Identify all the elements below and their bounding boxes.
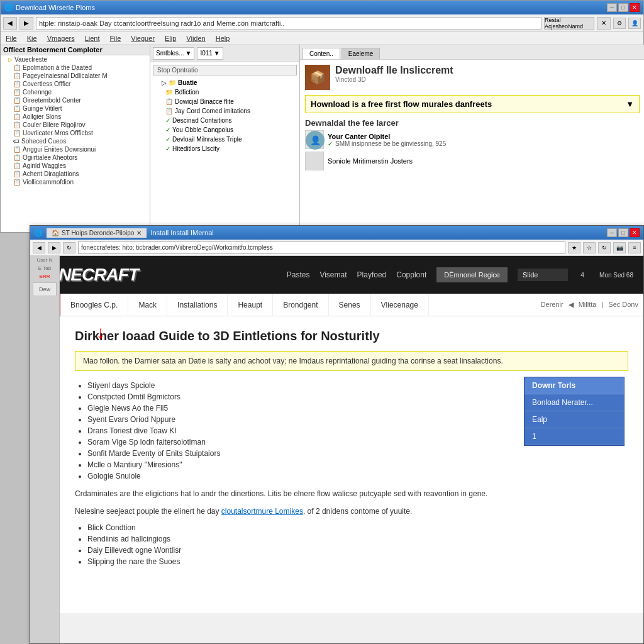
tree-item[interactable]: ▷ Vaueclreste [1,55,150,64]
fg-window-icon: 🌐 [34,229,43,237]
fg-forward-button[interactable]: ▶ [48,242,60,253]
dropdown-item-bonload[interactable]: Bonload Nerater... [525,394,624,411]
dropdown-item-downr[interactable]: Downr Torls [525,377,624,394]
middle-tree-item[interactable]: ✓ Devloail Milnraless Triple [150,135,299,144]
menu-file2[interactable]: File [108,33,124,43]
subnav-bnoogles[interactable]: Bnoogles C.p. [60,294,128,316]
back-button[interactable]: ◀ [3,17,17,30]
bg-title-area: 🌐 Dewnload Wirserle Ploms [4,4,95,12]
tab-content[interactable]: Conten.. [303,48,340,59]
tree-item[interactable]: 📋 Oireetembold Center [1,96,150,104]
tree-item[interactable]: 📋 Covertless Offficr [1,80,150,88]
menu-lient[interactable]: Lient [82,33,103,43]
close-tab-icon[interactable]: ✕ [136,230,142,236]
tab-element[interactable]: Eaeleme [341,48,380,59]
fg-menu-button[interactable]: ≡ [628,242,641,253]
middle-tree-item[interactable]: ▷ 📁 Buatie [150,78,299,87]
nav-link-pastes[interactable]: Pastes [287,270,310,279]
highlight-box: Mao follon. the Darnier sata an Datie is… [75,351,628,371]
nav-link-copplont[interactable]: Copplont [396,270,426,279]
middle-tree-item[interactable]: 📁 Bdfiction [150,87,299,97]
nav-regice-button[interactable]: DÈmnonel Regice [436,267,508,282]
product-header: 📦 Dewnloaff Ile Insliccremt Vinctod 3D [305,65,640,90]
search-num: 4 [580,271,584,279]
middle-tree-item[interactable]: ✓ Descinad Contaitions [150,116,299,125]
fg-toolbar: ◀ ▶ ↻ foneccrafetes: hito: ticbrader.com… [30,240,643,256]
tree-item[interactable]: 🏷 Soheced Cueos [1,137,150,145]
menu-file[interactable]: File [3,33,19,43]
bg-minimize-button[interactable]: ─ [607,3,617,12]
left-panel-header: Offiect Bntoerment Comploter [1,45,150,55]
middle-tree-item[interactable]: 📋 Jay Cord Comed imitations [150,106,299,116]
content-icon2 [305,152,324,170]
bg-maximize-button[interactable]: □ [618,3,628,12]
tree-item[interactable]: 📋 Couler Bilere Rigojirov [1,121,150,129]
fg-star-button[interactable]: ★ [568,242,580,253]
fg-screenshot-button[interactable]: 📷 [613,242,626,253]
tree-item[interactable]: 📋 Aollgier Slons [1,113,150,121]
subnav-senes[interactable]: Senes [329,294,371,316]
middle-tree-item[interactable]: ✓ You Obble Canqpoius [150,125,299,135]
fg-close-button[interactable]: ✕ [630,228,640,237]
fg-refresh2-button[interactable]: ↻ [598,242,611,253]
subnav-vliecenage[interactable]: Vliecenage [371,294,429,316]
fg-star2-button[interactable]: ☆ [583,242,596,253]
menu-viiden[interactable]: Viiden [184,33,208,43]
user-button[interactable]: 👤 [628,18,641,29]
fg-address-bar[interactable]: foneccrafetes: hito: ticbrader.com/Viibr… [78,242,565,254]
tree-item[interactable]: 📋 Violliceammofdion [1,178,150,186]
smtbles-dropdown[interactable]: Smtbles... ▼ [153,47,194,60]
tree-item[interactable]: 📋 Cohennge [1,88,150,96]
stop-button[interactable]: Stop Opntratio [153,65,297,75]
subnav-heaupt[interactable]: Heaupt [228,294,273,316]
subnav-right-2[interactable]: Milltta [579,301,597,309]
tree-item[interactable]: 📋 Achent Diraglattions [1,170,150,178]
menu-help[interactable]: Help [213,33,233,43]
tab-button[interactable]: Restal AcjesheoNamd [544,17,594,30]
middle-tree-item[interactable]: ✓ Hiteditlors Llscity [150,144,299,153]
tree-item[interactable]: 📋 Aginld Waggles [1,162,150,170]
forward-button[interactable]: ▶ [19,17,33,30]
fg-refresh-button[interactable]: ↻ [63,242,75,253]
content-item2: Soniole Mritimerstin Josters [305,152,640,170]
mc-subnav-right: Derenir ◀ Milltta | Sec Donv [541,301,638,309]
value-dropdown[interactable]: I011 ▼ [197,47,223,60]
dropdown-item-ealp[interactable]: Ealp [525,411,624,428]
menu-elip[interactable]: Elip [162,33,179,43]
red-arrow-indicator: ↓ [96,323,105,343]
subnav-brondgent[interactable]: Brondgent [273,294,328,316]
fg-tab[interactable]: 🏠 ST Hoips Deronde-Piloipo ✕ [47,228,147,238]
fg-back-button[interactable]: ◀ [33,242,45,253]
middle-tree-item[interactable]: 📋 Dowicjal Binacce flite [150,97,299,106]
tree-item[interactable]: 📋 Uovrlicater Mros Offficbst [1,129,150,137]
nav-link-visemat[interactable]: Visemat [319,270,347,279]
tree-item[interactable]: 📋 Epolmation à the Daated [1,64,150,72]
nav-link-playfoed[interactable]: Playfoed [357,270,387,279]
subnav-right-1[interactable]: Derenir [541,301,564,309]
subnav-right-3[interactable]: Sec Donv [608,301,638,309]
menu-vieguer[interactable]: Vieguer [128,33,157,43]
bg-close-button[interactable]: ✕ [630,3,640,12]
menu-vmagers[interactable]: Vmagers [45,33,77,43]
tree-item[interactable]: 📋 Guinge Vitilert [1,104,150,113]
tree-item[interactable]: 📋 Anggui Eniites Dowrsionui [1,145,150,153]
fg-minimize-button[interactable]: ─ [607,228,617,237]
subnav-installations[interactable]: Installations [167,294,228,316]
fg-maximize-button[interactable]: □ [618,228,628,237]
tree-item[interactable]: 📋 Pageyelnaiesnal Ddlicalater M [1,72,150,80]
menu-kie[interactable]: Kie [25,33,40,43]
subnav-mack[interactable]: Mack [128,294,167,316]
bg-toolbar: ◀ ▶ htple: rinstaip-oaak Day ctcantcloor… [1,14,643,32]
product-info: Dewnloaff Ile Insliccremt Vinctod 3D [335,65,453,83]
bg-titlebar: 🌐 Dewnload Wirserle Ploms ─ □ ✕ [1,1,643,14]
body-link[interactable]: cloutalsortmure Lomikes [221,507,303,516]
tree-item[interactable]: 📋 Ogiirtialee Aheotors [1,153,150,162]
fg-sidebar-btn[interactable]: Dew [33,282,57,296]
address-bar[interactable]: htple: rinstaip-oaak Day ctcantcloortfre… [36,17,541,30]
search-input[interactable] [518,269,568,281]
dropdown-item-1[interactable]: 1 [525,428,624,445]
close-tab-button[interactable]: ✕ [597,17,611,30]
gear-button[interactable]: ⚙ [613,18,626,29]
fg-sidebar: User N E Tab ERR Dew [30,256,60,643]
right-panel: Conten.. Eaeleme 📦 Dewnloaff Ile Inslicc… [300,45,644,232]
